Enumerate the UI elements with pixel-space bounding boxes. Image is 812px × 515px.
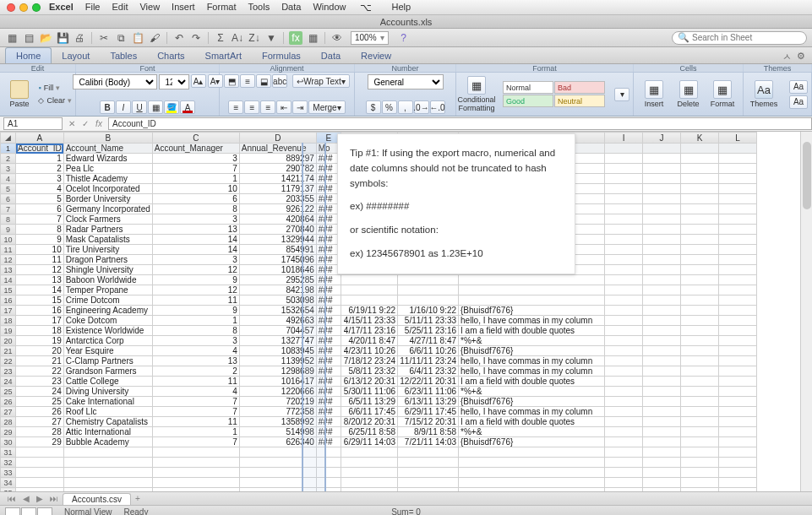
sheet-nav-first[interactable]: ⏮ <box>5 494 19 503</box>
cell-C28[interactable]: 11 <box>152 417 239 427</box>
align-left-button[interactable]: ≡ <box>228 100 243 114</box>
scrollbar-thumb[interactable] <box>803 142 811 209</box>
cell-B14[interactable]: Baboon Worldwide <box>63 275 152 285</box>
cell-B3[interactable]: Pea Llc <box>63 164 152 174</box>
cell-D3[interactable]: 290782 <box>239 164 316 174</box>
cell-B7[interactable]: Germany Incorporated <box>63 204 152 214</box>
cell-C13[interactable]: 12 <box>152 265 239 275</box>
row-header-15[interactable]: 15 <box>1 285 16 295</box>
cell-A3[interactable]: 2 <box>16 164 64 174</box>
sheet-nav-last[interactable]: ⏭ <box>47 494 61 503</box>
cell-C18[interactable]: 1 <box>152 316 239 326</box>
format-painter-icon[interactable]: 🖌 <box>148 31 161 45</box>
cell-D29[interactable]: 514998 <box>239 427 316 437</box>
col-header-K[interactable]: K <box>681 133 719 144</box>
cell-E25[interactable]: ### <box>316 387 341 397</box>
cell-E17[interactable]: ### <box>316 306 341 316</box>
row-header-11[interactable]: 11 <box>1 245 16 255</box>
conditional-formatting-button[interactable]: ▦ Conditional Formatting <box>460 76 493 112</box>
tab-smartart[interactable]: SmartArt <box>195 48 252 63</box>
cell-A8[interactable]: 7 <box>16 214 64 225</box>
cell-A4[interactable]: 3 <box>16 174 64 184</box>
cut-icon[interactable]: ✂ <box>97 31 111 45</box>
cell-B22[interactable]: C-Clamp Partners <box>63 356 152 366</box>
cell-B12[interactable]: Dragon Partners <box>63 255 152 265</box>
underline-button[interactable]: U <box>132 100 147 114</box>
cell-H14[interactable] <box>459 275 605 285</box>
col-header-C[interactable]: C <box>152 133 239 144</box>
fx-icon[interactable]: fx <box>289 31 302 45</box>
row-header-3[interactable]: 3 <box>1 164 16 174</box>
cell-E16[interactable]: ### <box>316 295 341 306</box>
cell-A22[interactable]: 21 <box>16 356 64 366</box>
cell-B5[interactable]: Ocelot Incorporated <box>63 184 152 194</box>
cell-D22[interactable]: 1139952 <box>239 356 316 366</box>
merge-button[interactable]: Merge ▾ <box>308 100 345 114</box>
cell-F20[interactable]: 4/20/11 8:47 <box>341 336 397 346</box>
row-header-2[interactable]: 2 <box>1 154 16 164</box>
cell-C21[interactable]: 4 <box>152 346 239 356</box>
cell-B29[interactable]: Attic International <box>63 427 152 437</box>
row-header-23[interactable]: 23 <box>1 366 16 377</box>
paste-icon[interactable]: 📋 <box>131 31 144 45</box>
cell-B1[interactable]: Account_Name <box>63 144 152 154</box>
cell-H30[interactable]: {Bhuisdf7676} <box>459 437 605 447</box>
format-cells-button[interactable]: ▦Format <box>706 80 739 108</box>
row-header-27[interactable]: 27 <box>1 407 16 417</box>
tab-home[interactable]: Home <box>5 47 52 63</box>
increase-decimal-button[interactable]: .0→ <box>414 100 429 114</box>
row-header-7[interactable]: 7 <box>1 204 16 214</box>
cell-E19[interactable]: ### <box>316 326 341 336</box>
cell-G29[interactable]: 8/9/11 8:58 <box>398 427 459 437</box>
menu-file[interactable]: File <box>85 2 101 14</box>
fill-color-button[interactable]: 🪣 <box>164 100 179 114</box>
row-header-35[interactable]: 35 <box>1 488 16 492</box>
font-name-select[interactable]: Calibri (Body) <box>73 74 157 89</box>
chart-icon[interactable]: ▦ <box>306 31 319 45</box>
menu-edit[interactable]: Edit <box>112 2 128 14</box>
cell-A19[interactable]: 18 <box>16 326 64 336</box>
vertical-scrollbar[interactable] <box>800 132 812 491</box>
cell-D19[interactable]: 704457 <box>239 326 316 336</box>
app-name-menu[interactable]: Excel <box>49 2 74 14</box>
cell-F26[interactable]: 6/5/11 13:29 <box>341 397 397 407</box>
fx-button[interactable]: fx <box>93 119 105 128</box>
print-icon[interactable]: 🖨 <box>73 31 86 45</box>
cell-C2[interactable]: 3 <box>152 154 239 164</box>
zoom-window-button[interactable] <box>32 3 41 12</box>
cell-C14[interactable]: 9 <box>152 275 239 285</box>
wrap-text-button[interactable]: ↩ Wrap Text ▾ <box>292 74 350 88</box>
row-header-30[interactable]: 30 <box>1 437 16 447</box>
indent-decrease-button[interactable]: ⇤ <box>276 100 292 114</box>
cell-F19[interactable]: 4/17/11 23:16 <box>341 326 397 336</box>
cell-C29[interactable]: 1 <box>152 427 239 437</box>
cell-C26[interactable]: 7 <box>152 397 239 407</box>
menu-help[interactable]: Help <box>392 2 411 14</box>
cell-E26[interactable]: ### <box>316 397 341 407</box>
cell-D27[interactable]: 772358 <box>239 407 316 417</box>
cell-B16[interactable]: Crime Dotcom <box>63 295 152 306</box>
col-header-L[interactable]: L <box>719 133 757 144</box>
sheet-tab[interactable]: Accounts.csv <box>63 493 131 505</box>
cell-C17[interactable]: 9 <box>152 306 239 316</box>
cell-C7[interactable]: 8 <box>152 204 239 214</box>
cell-G17[interactable]: 1/16/10 9:22 <box>398 306 459 316</box>
cell-A30[interactable]: 29 <box>16 437 64 447</box>
align-right-button[interactable]: ≡ <box>260 100 275 114</box>
row-header-24[interactable]: 24 <box>1 377 16 387</box>
row-header-25[interactable]: 25 <box>1 387 16 397</box>
cell-C3[interactable]: 7 <box>152 164 239 174</box>
tab-charts[interactable]: Charts <box>147 48 194 63</box>
cell-A18[interactable]: 17 <box>16 316 64 326</box>
row-header-29[interactable]: 29 <box>1 427 16 437</box>
cell-G19[interactable]: 5/25/11 23:16 <box>398 326 459 336</box>
cell-A24[interactable]: 23 <box>16 377 64 387</box>
cell-D10[interactable]: 1329944 <box>239 235 316 245</box>
cell-D15[interactable]: 842198 <box>239 285 316 295</box>
doc-icon[interactable]: ▦ <box>5 31 19 45</box>
col-header-I[interactable]: I <box>605 133 643 144</box>
row-header-6[interactable]: 6 <box>1 194 16 204</box>
search-in-sheet[interactable]: 🔍 <box>672 31 807 45</box>
menu-window[interactable]: Window <box>313 2 346 14</box>
cell-D23[interactable]: 1298689 <box>239 366 316 377</box>
